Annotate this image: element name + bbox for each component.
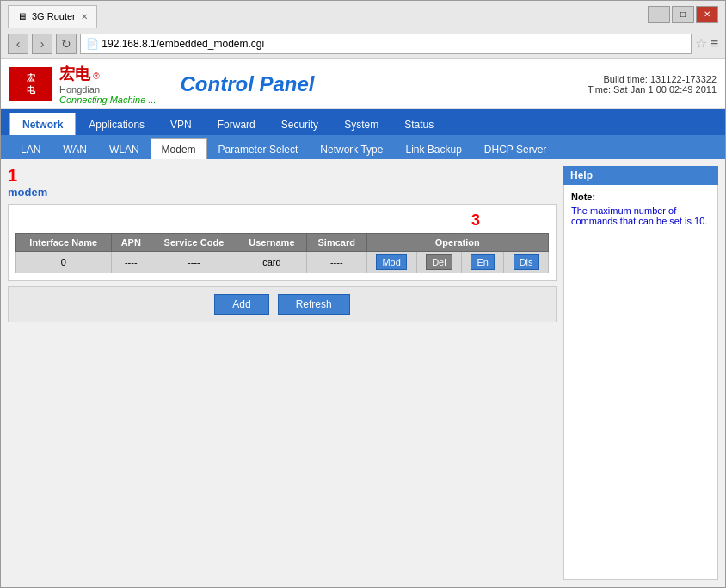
en-button[interactable]: En <box>471 254 494 270</box>
connecting-text: Connecting Machine ... <box>59 95 157 105</box>
nav-tab-status[interactable]: Status <box>391 113 446 135</box>
logo-chinese: 宏 <box>27 72 35 84</box>
sub-tab-modem[interactable]: Modem <box>151 138 207 159</box>
sub-tab-lan[interactable]: LAN <box>9 138 52 159</box>
brand-reg: ® <box>93 71 99 81</box>
annotation-1: 1 <box>8 166 17 186</box>
sub-tab-network-type[interactable]: Network Type <box>309 138 394 159</box>
tab-close-icon[interactable]: ✕ <box>81 12 88 21</box>
cell-apn: ---- <box>111 252 151 273</box>
bookmark-button[interactable]: ☆ <box>695 35 707 52</box>
refresh-button[interactable]: ↻ <box>56 34 77 54</box>
main-navigation: Network Applications VPN Forward Securit… <box>1 109 725 135</box>
logo-area: 宏 电 宏电 ® Hongdian Connecting Machine ...… <box>9 64 315 105</box>
navigation-bar: ‹ › ↻ 📄 192.168.8.1/embedded_modem.cgi ☆… <box>1 28 725 59</box>
nav-tab-forward[interactable]: Forward <box>205 113 268 135</box>
cell-username: card <box>237 252 306 273</box>
cell-service-code: ---- <box>151 252 237 273</box>
nav-tab-network[interactable]: Network <box>9 113 76 135</box>
col-header-service-code: Service Code <box>151 234 237 252</box>
sub-tab-wlan[interactable]: WLAN <box>98 138 151 159</box>
add-button[interactable]: Add <box>214 294 268 315</box>
table-row: 0 ---- ---- card ---- Mod Del <box>16 252 549 273</box>
close-button[interactable]: ✕ <box>696 6 718 23</box>
mod-button[interactable]: Mod <box>376 254 406 270</box>
action-bar: Add Refresh <box>8 286 557 322</box>
sub-tab-parameter-select[interactable]: Parameter Select <box>207 138 310 159</box>
col-header-apn: APN <box>111 234 151 252</box>
url-text: 192.168.8.1/embedded_modem.cgi <box>102 38 264 50</box>
col-header-username: Username <box>237 234 306 252</box>
forward-button[interactable]: › <box>32 34 52 54</box>
sub-navigation: LAN WAN WLAN Modem Parameter Select Netw… <box>1 135 725 159</box>
col-header-simcard: Simcard <box>306 234 366 252</box>
cell-en: En <box>462 252 504 273</box>
window-controls: — □ ✕ <box>648 6 718 23</box>
help-panel: Help Note: The maximum number of command… <box>563 166 718 580</box>
help-note-label: Note: <box>571 192 711 202</box>
nav-tab-applications[interactable]: Applications <box>76 113 157 135</box>
build-time: Build time: 131122-173322 <box>588 74 717 84</box>
current-time: Time: Sat Jan 1 00:02:49 2011 <box>588 84 717 95</box>
menu-button[interactable]: ≡ <box>711 36 718 52</box>
brand-latin: Hongdian <box>59 84 157 95</box>
cell-mod: Mod <box>366 252 416 273</box>
nav-tab-system[interactable]: System <box>331 113 391 135</box>
section-title: modem <box>8 186 557 199</box>
sub-tab-wan[interactable]: WAN <box>52 138 98 159</box>
brand-name: 宏电 ® <box>59 64 157 84</box>
table-header-row: Interface Name APN Service Code Username… <box>16 234 549 252</box>
maximize-button[interactable]: □ <box>672 6 694 23</box>
help-header: Help <box>563 166 718 185</box>
brand-info: 宏电 ® Hongdian Connecting Machine ... <box>59 64 157 105</box>
brand-chinese: 宏电 <box>59 65 90 83</box>
control-panel-text: Control Panel <box>181 72 315 95</box>
sub-tab-dhcp-server[interactable]: DHCP Server <box>473 138 557 159</box>
help-note-text: The maximum number of commands that can … <box>571 205 711 226</box>
cell-del: Del <box>416 252 461 273</box>
nav-tab-vpn[interactable]: VPN <box>157 113 205 135</box>
del-button[interactable]: Del <box>426 254 452 270</box>
address-bar[interactable]: 📄 192.168.8.1/embedded_modem.cgi <box>80 34 692 54</box>
build-info: Build time: 131122-173322 Time: Sat Jan … <box>588 74 717 95</box>
modem-table: Interface Name APN Service Code Username… <box>15 233 549 273</box>
content-area: 1 modem 3 Interface Name APN Se <box>8 166 557 580</box>
dis-button[interactable]: Dis <box>514 254 539 270</box>
logo-chinese-2: 电 <box>27 84 35 96</box>
col-header-operation: Operation <box>366 234 548 252</box>
page-icon: 📄 <box>86 38 99 50</box>
annotation-row: 1 <box>8 166 557 186</box>
tab-title: 3G Router <box>32 11 76 21</box>
page-header: 宏 电 宏电 ® Hongdian Connecting Machine ...… <box>1 59 725 109</box>
browser-window: 🖥 3G Router ✕ — □ ✕ ‹ › ↻ 📄 192.168.8.1/… <box>0 0 726 588</box>
sub-tab-link-backup[interactable]: Link Backup <box>394 138 472 159</box>
logo-inner: 宏 电 <box>27 72 35 96</box>
logo-box: 宏 电 <box>9 67 52 101</box>
annotation-3-row: 3 <box>15 211 549 230</box>
refresh-button[interactable]: Refresh <box>278 294 350 315</box>
control-panel-label: Control Panel <box>181 72 315 96</box>
col-header-interface: Interface Name <box>16 234 112 252</box>
page-content: 宏 电 宏电 ® Hongdian Connecting Machine ...… <box>1 59 725 587</box>
annotation-3: 3 <box>471 211 480 229</box>
back-button[interactable]: ‹ <box>8 34 28 54</box>
nav-tab-security[interactable]: Security <box>268 113 331 135</box>
title-bar: 🖥 3G Router ✕ — □ ✕ <box>1 1 725 28</box>
modem-table-container: 3 Interface Name APN Service Code Userna… <box>8 204 557 281</box>
cell-interface: 0 <box>16 252 112 273</box>
minimize-button[interactable]: — <box>648 6 670 23</box>
tab-icon: 🖥 <box>17 11 27 21</box>
cell-simcard: ---- <box>306 252 366 273</box>
help-body: Note: The maximum number of commands tha… <box>563 185 718 580</box>
cell-dis: Dis <box>504 252 549 273</box>
main-area: 1 modem 3 Interface Name APN Se <box>1 159 725 587</box>
browser-tab[interactable]: 🖥 3G Router ✕ <box>8 5 97 28</box>
